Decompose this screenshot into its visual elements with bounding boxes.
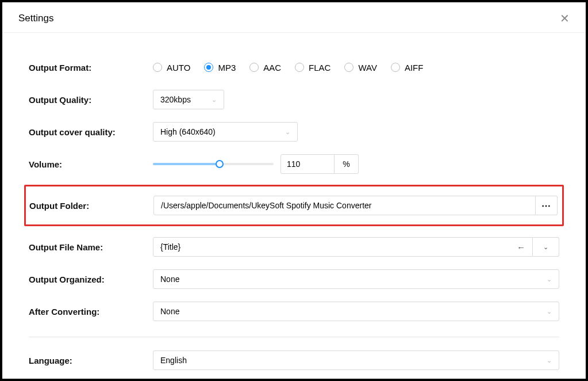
row-output-organized: Output Organized: None ⌄ (29, 263, 559, 295)
radio-label: AAC (263, 63, 281, 73)
label-output-quality: Output Quality: (29, 95, 153, 105)
format-radio-aiff[interactable]: AIFF (391, 63, 424, 73)
radio-icon (295, 63, 304, 72)
close-icon[interactable]: ✕ (560, 13, 570, 24)
volume-input[interactable]: 110 (280, 154, 335, 174)
slider-handle[interactable] (216, 160, 224, 168)
after-converting-value: None (160, 307, 179, 316)
back-arrow-icon[interactable]: ← (517, 242, 525, 252)
output-quality-value: 320kbps (160, 95, 191, 104)
output-folder-highlight: Output Folder: /Users/apple/Documents/Uk… (24, 185, 564, 226)
output-organized-select[interactable]: None ⌄ (153, 269, 559, 289)
row-output-quality: Output Quality: 320kbps ⌄ (29, 83, 559, 116)
chevron-down-icon: ⌄ (543, 243, 548, 251)
radio-label: MP3 (218, 63, 236, 73)
output-quality-select[interactable]: 320kbps ⌄ (153, 90, 224, 109)
chevron-down-icon: ⌄ (547, 276, 552, 283)
cover-quality-value: High (640x640) (160, 127, 216, 136)
format-radio-aac[interactable]: AAC (249, 63, 281, 73)
label-output-organized: Output Organized: (29, 275, 153, 284)
output-format-radio-group: AUTOMP3AACFLACWAVAIFF (153, 63, 559, 73)
format-radio-wav[interactable]: WAV (344, 63, 377, 73)
radio-label: AUTO (167, 63, 190, 73)
chevron-down-icon: ⌄ (547, 308, 552, 315)
row-output-format: Output Format: AUTOMP3AACFLACWAVAIFF (29, 51, 559, 83)
radio-icon (204, 63, 213, 72)
label-output-format: Output Format: (29, 63, 153, 73)
radio-icon (249, 63, 259, 72)
label-language: Language: (29, 356, 153, 365)
label-output-folder: Output Folder: (29, 201, 153, 211)
section-divider (29, 337, 559, 337)
volume-slider[interactable] (153, 163, 274, 165)
label-volume: Volume: (29, 159, 153, 169)
language-value: English (160, 356, 187, 365)
radio-icon (391, 63, 400, 72)
output-organized-value: None (160, 275, 179, 284)
format-radio-flac[interactable]: FLAC (295, 63, 330, 73)
browse-folder-button[interactable]: ⋯ (536, 196, 558, 215)
format-radio-mp3[interactable]: MP3 (204, 63, 236, 73)
radio-icon (153, 63, 162, 72)
row-volume: Volume: 110 % (29, 148, 559, 180)
radio-label: WAV (358, 63, 377, 73)
chevron-down-icon: ⌄ (212, 96, 217, 104)
chevron-down-icon: ⌄ (285, 128, 290, 136)
row-output-folder: Output Folder: /Users/apple/Documents/Uk… (29, 196, 558, 215)
output-folder-input[interactable]: /Users/apple/Documents/UkeySoft Spotify … (153, 196, 536, 215)
row-after-converting: After Converting: None ⌄ (29, 295, 559, 327)
chevron-down-icon: ⌄ (547, 357, 552, 364)
row-language: Language: English ⌄ (29, 344, 559, 376)
label-after-converting: After Converting: (29, 307, 153, 317)
format-radio-auto[interactable]: AUTO (153, 63, 190, 73)
cover-quality-select[interactable]: High (640x640) ⌄ (153, 122, 298, 142)
language-select[interactable]: English ⌄ (153, 350, 559, 370)
settings-title: Settings (18, 13, 53, 24)
row-output-filename: Output File Name: {Title} ← ⌄ (29, 231, 559, 263)
output-filename-input[interactable]: {Title} ← (153, 237, 533, 257)
radio-label: FLAC (309, 63, 330, 73)
row-cover-quality: Output cover quality: High (640x640) ⌄ (29, 116, 559, 148)
label-output-filename: Output File Name: (29, 242, 153, 252)
filename-template-dropdown[interactable]: ⌄ (533, 237, 559, 257)
ellipsis-icon: ⋯ (541, 200, 551, 211)
after-converting-select[interactable]: None ⌄ (153, 302, 559, 321)
settings-header: Settings ✕ (2, 2, 586, 33)
radio-icon (344, 63, 353, 72)
radio-label: AIFF (405, 63, 424, 73)
label-cover-quality: Output cover quality: (29, 127, 153, 137)
volume-unit: % (335, 154, 359, 174)
